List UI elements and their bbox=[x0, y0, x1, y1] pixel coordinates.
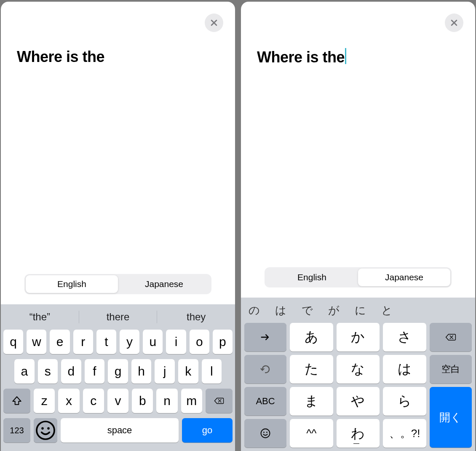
key-f[interactable]: f bbox=[85, 359, 105, 384]
key-t[interactable]: t bbox=[96, 330, 116, 354]
suggestion-3[interactable]: they bbox=[157, 311, 235, 323]
svg-point-4 bbox=[263, 432, 265, 433]
backspace-key[interactable] bbox=[206, 389, 233, 413]
key-m[interactable]: m bbox=[181, 389, 202, 413]
suggestion-ha[interactable]: は bbox=[275, 303, 286, 318]
emoji-key[interactable] bbox=[244, 419, 286, 448]
arrow-right-icon bbox=[259, 331, 271, 343]
key-row-2: a s d f g h j k l bbox=[1, 359, 235, 384]
keyboard-english: “the” there they q w e r t y u i o p a s bbox=[1, 304, 235, 451]
key-c[interactable]: c bbox=[83, 389, 104, 413]
suggestion-no[interactable]: の bbox=[249, 303, 260, 318]
go-key[interactable]: go bbox=[182, 418, 233, 443]
screen-divider bbox=[236, 0, 240, 451]
key-w[interactable]: w bbox=[27, 330, 46, 354]
svg-point-1 bbox=[41, 427, 44, 430]
backspace-key[interactable] bbox=[430, 323, 472, 352]
content-area: Where is the English Japanese bbox=[1, 2, 235, 304]
numbers-key[interactable]: 123 bbox=[3, 418, 30, 443]
abc-key[interactable]: ABC bbox=[244, 387, 286, 416]
key-e[interactable]: e bbox=[50, 330, 70, 354]
kana-ra[interactable]: ら bbox=[383, 387, 426, 416]
kana-wa[interactable]: わ — bbox=[337, 419, 380, 448]
suggestion-de[interactable]: で bbox=[302, 303, 313, 318]
space-key[interactable]: space bbox=[61, 418, 179, 443]
key-a[interactable]: a bbox=[14, 359, 35, 384]
suggestion-2[interactable]: there bbox=[79, 311, 157, 323]
backspace-icon bbox=[214, 395, 225, 406]
suggestion-ni[interactable]: に bbox=[355, 303, 366, 318]
faces-key-label: ^^ bbox=[306, 427, 316, 440]
key-q[interactable]: q bbox=[3, 330, 23, 354]
kana-ma[interactable]: ま bbox=[290, 387, 333, 416]
screen-japanese: Where is the English Japanese の は で が に … bbox=[241, 2, 475, 451]
kana-grid: あ か さ bbox=[244, 323, 472, 448]
content-area: Where is the English Japanese bbox=[241, 2, 475, 298]
key-u[interactable]: u bbox=[143, 330, 163, 354]
space-key-jp[interactable]: 空白 bbox=[430, 355, 472, 384]
kana-wa-label: わ bbox=[351, 427, 365, 440]
suggestion-ga[interactable]: が bbox=[328, 303, 340, 318]
suggestion-bar: “the” there they bbox=[1, 304, 235, 330]
lang-japanese-seg[interactable]: Japanese bbox=[118, 275, 210, 293]
svg-point-2 bbox=[47, 427, 50, 430]
emoji-icon bbox=[259, 427, 271, 439]
input-text[interactable]: Where is the bbox=[257, 48, 345, 66]
punct-key[interactable]: 、。?! bbox=[383, 419, 426, 448]
lang-japanese-seg[interactable]: Japanese bbox=[358, 268, 450, 286]
key-i[interactable]: i bbox=[166, 330, 186, 354]
key-b[interactable]: b bbox=[132, 389, 153, 413]
kana-a[interactable]: あ bbox=[290, 323, 333, 352]
screen-english: Where is the English Japanese “the” ther… bbox=[1, 2, 235, 451]
key-o[interactable]: o bbox=[190, 330, 209, 354]
punct-key-label: 、。?! bbox=[389, 426, 420, 441]
key-l[interactable]: l bbox=[202, 359, 222, 384]
key-v[interactable]: v bbox=[107, 389, 128, 413]
key-r[interactable]: r bbox=[73, 330, 93, 354]
key-x[interactable]: x bbox=[58, 389, 79, 413]
keyboard-japanese: の は で が に と あ か さ bbox=[241, 298, 475, 451]
kana-na[interactable]: な bbox=[337, 355, 380, 384]
key-y[interactable]: y bbox=[120, 330, 139, 354]
key-p[interactable]: p bbox=[213, 330, 233, 354]
svg-point-5 bbox=[266, 432, 267, 433]
backspace-icon bbox=[445, 331, 457, 343]
next-candidate-key[interactable] bbox=[244, 323, 286, 352]
open-key[interactable]: 開く bbox=[430, 387, 472, 448]
language-toggle: English Japanese bbox=[265, 267, 452, 287]
undo-key[interactable] bbox=[244, 355, 286, 384]
close-button[interactable] bbox=[205, 13, 223, 32]
close-icon bbox=[210, 19, 218, 27]
key-z[interactable]: z bbox=[34, 389, 55, 413]
key-g[interactable]: g bbox=[108, 359, 128, 384]
close-button[interactable] bbox=[445, 13, 463, 32]
lang-english-seg[interactable]: English bbox=[26, 275, 118, 293]
shift-icon bbox=[11, 395, 22, 406]
key-h[interactable]: h bbox=[131, 359, 152, 384]
kana-ka[interactable]: か bbox=[337, 323, 380, 352]
kana-ya[interactable]: や bbox=[337, 387, 380, 416]
key-s[interactable]: s bbox=[38, 359, 58, 384]
key-row-1: q w e r t y u i o p bbox=[1, 330, 235, 354]
suggestion-1[interactable]: “the” bbox=[1, 311, 79, 323]
lang-english-seg[interactable]: English bbox=[266, 268, 358, 286]
language-toggle: English Japanese bbox=[24, 274, 211, 294]
key-n[interactable]: n bbox=[156, 389, 177, 413]
faces-key[interactable]: ^^ bbox=[290, 419, 333, 448]
kana-sa[interactable]: さ bbox=[383, 323, 426, 352]
emoji-key[interactable] bbox=[34, 418, 57, 443]
input-text[interactable]: Where is the bbox=[17, 48, 219, 66]
key-k[interactable]: k bbox=[178, 359, 198, 384]
kana-wa-sub: — bbox=[353, 440, 363, 446]
text-cursor bbox=[345, 48, 346, 64]
key-row-3: z x c v b n m bbox=[1, 389, 235, 413]
undo-icon bbox=[259, 363, 271, 375]
key-row-bottom: 123 space go bbox=[1, 418, 235, 443]
suggestion-to[interactable]: と bbox=[381, 303, 393, 318]
kana-ta[interactable]: た bbox=[290, 355, 333, 384]
key-j[interactable]: j bbox=[155, 359, 175, 384]
emoji-icon bbox=[34, 419, 57, 442]
key-d[interactable]: d bbox=[61, 359, 81, 384]
shift-key[interactable] bbox=[3, 389, 30, 413]
kana-ha[interactable]: は bbox=[383, 355, 426, 384]
